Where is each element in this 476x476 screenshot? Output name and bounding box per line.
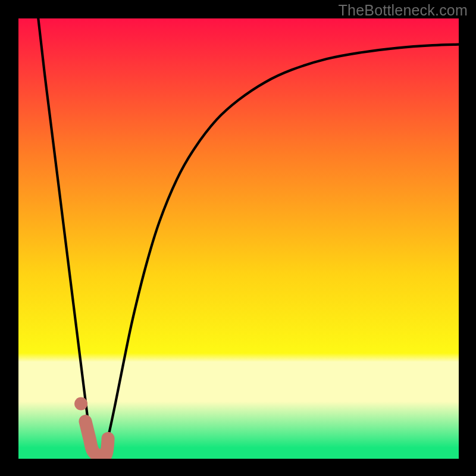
watermark-label: TheBottleneck.com	[339, 2, 468, 19]
marker-dot-icon	[74, 397, 87, 411]
chart-container: TheBottleneck.com	[0, 0, 476, 476]
bottleneck-chart	[0, 0, 476, 476]
